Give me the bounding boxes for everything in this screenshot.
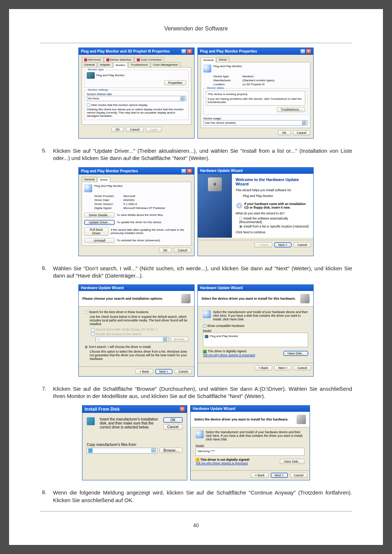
- ok-button[interactable]: OK: [111, 127, 124, 132]
- rollback-driver-button[interactable]: Roll Back Driver: [84, 227, 109, 236]
- device-sel-icon: [106, 58, 109, 61]
- cancel-button[interactable]: Cancel: [163, 424, 183, 430]
- tab-device-selection[interactable]: Device Selection: [104, 57, 134, 62]
- next-button[interactable]: Next >: [155, 369, 172, 374]
- cancel-button[interactable]: Cancel: [175, 369, 192, 374]
- device-status-legend: Device status: [206, 86, 225, 90]
- geforce-icon: [84, 58, 87, 61]
- divider: [40, 511, 352, 512]
- why-signing-link[interactable]: Tell me why driver signing is important: [196, 461, 250, 465]
- model-list[interactable]: Samsung ****: [196, 448, 305, 456]
- troubleshoot-button[interactable]: Troubleshoot...: [277, 107, 305, 112]
- tab-driver[interactable]: Driver: [97, 177, 110, 182]
- monitor-icon: [205, 335, 208, 338]
- dialog-title-text: Plug and Play Monitor Properties: [200, 49, 257, 53]
- device-usage-label: Device usage:: [203, 117, 308, 120]
- tab-general[interactable]: General: [201, 57, 216, 62]
- model-list[interactable]: Plug and Play Monitor: [203, 333, 308, 347]
- driver-details-button[interactable]: Driver Details...: [84, 213, 115, 218]
- help-icon[interactable]: ?: [300, 49, 305, 54]
- close-icon[interactable]: ×: [180, 407, 185, 411]
- next-button[interactable]: Next >: [274, 242, 291, 247]
- tab-row-2: General Adapter Monitor Troubleshoot Col…: [82, 62, 191, 67]
- close-icon[interactable]: ×: [187, 169, 192, 173]
- hide-modes-desc: Clearing this check box allows you to se…: [87, 108, 186, 118]
- help-icon[interactable]: ?: [181, 169, 186, 173]
- screenshot-row-2: Plug and Play Monitor Properties ?× Gene…: [40, 167, 352, 256]
- chevron-down-icon: ▾: [163, 337, 167, 341]
- ok-button[interactable]: OK: [159, 248, 171, 253]
- color-corr-icon: [137, 58, 140, 61]
- refresh-select[interactable]: 60 Hertz ▾: [87, 96, 186, 101]
- radio-dont-search[interactable]: [85, 345, 88, 349]
- step-text: Klicken Sie auf "Update Driver..." (Trei…: [53, 147, 352, 162]
- show-compatible-checkbox[interactable]: [203, 324, 206, 328]
- browse-button: Browse: [170, 337, 188, 342]
- wizard-sidebar: ⚙: [198, 174, 232, 238]
- screenshot-row-4: Install From Disk× Insert the manufactur…: [40, 405, 352, 481]
- dialog-wizard-select-driver: Hardware Update Wizard Select the device…: [197, 284, 314, 377]
- tab-driver[interactable]: Driver: [216, 57, 229, 62]
- tab-color-correction[interactable]: Color Correction: [134, 57, 164, 62]
- help-icon[interactable]: ?: [181, 49, 186, 54]
- uninstall-button[interactable]: Uninstall: [84, 238, 115, 243]
- path-select[interactable]: ▾: [87, 448, 157, 454]
- cancel-button[interactable]: Cancel: [290, 473, 307, 478]
- next-button[interactable]: Next >: [274, 365, 291, 370]
- hide-modes-label: Hide modes that this monitor cannot disp…: [91, 103, 147, 107]
- chk-removable: [91, 328, 94, 332]
- browse-button[interactable]: Browse...: [159, 448, 183, 453]
- tab-general[interactable]: General: [82, 62, 97, 67]
- device-name: Plug and Play Monitor: [213, 65, 242, 68]
- properties-button[interactable]: Properties: [164, 80, 186, 85]
- cancel-button[interactable]: Cancel: [293, 130, 310, 135]
- hide-modes-checkbox[interactable]: [87, 103, 90, 107]
- close-icon[interactable]: ×: [187, 49, 192, 54]
- chevron-down-icon: ▾: [180, 97, 185, 100]
- tab-general[interactable]: General: [82, 177, 97, 182]
- ok-button[interactable]: OK: [163, 417, 183, 423]
- radio-list[interactable]: [239, 225, 242, 228]
- page-number: 40: [40, 522, 352, 528]
- ok-button[interactable]: OK: [278, 130, 290, 135]
- step-number: 5.: [40, 147, 53, 162]
- device-usage-select[interactable]: Use this device (enable)▾: [203, 120, 308, 126]
- cancel-button[interactable]: Cancel: [174, 248, 191, 253]
- next-button[interactable]: Next >: [271, 473, 288, 478]
- dialog-display-properties: Plug and Play Monitor and 3D Prophet III…: [78, 48, 195, 139]
- dialog-wizard-search-options: Hardware Update Wizard Please choose you…: [78, 284, 195, 377]
- back-button[interactable]: < Back: [254, 365, 272, 370]
- drive-icon: [88, 448, 93, 453]
- cd-icon: [236, 202, 243, 209]
- chk-include-location: [91, 333, 94, 336]
- cancel-button[interactable]: Cancel: [294, 365, 311, 370]
- have-disk-button[interactable]: Have Disk...: [280, 459, 305, 464]
- tab-geforce[interactable]: GeForce3: [82, 57, 103, 62]
- tab-color-management[interactable]: Color Management: [151, 62, 180, 67]
- wizard-icon: [297, 415, 306, 424]
- radio-search-best[interactable]: [85, 311, 88, 314]
- signed-icon: [203, 350, 207, 353]
- monitor-icon: [87, 72, 95, 79]
- dialog-install-from-disk: Install From Disk× Insert the manufactur…: [82, 405, 187, 481]
- radio-auto[interactable]: [239, 217, 242, 220]
- dialog-titlebar: Plug and Play Monitor Properties ? ×: [198, 48, 313, 55]
- monitor-type-legend: Monitor type: [87, 68, 105, 71]
- back-button[interactable]: < Back: [135, 369, 153, 374]
- cancel-button[interactable]: Cancel: [294, 242, 311, 247]
- tab-adapter[interactable]: Adapter: [97, 62, 113, 67]
- info-icon: [203, 65, 211, 73]
- step-5: 5. Klicken Sie auf "Update Driver..." (T…: [40, 147, 352, 162]
- back-button[interactable]: < Back: [251, 473, 268, 478]
- have-disk-button[interactable]: Have Disk...: [283, 351, 308, 356]
- document-page: Verwenden der Software Plug and Play Mon…: [9, 9, 383, 545]
- update-driver-button[interactable]: Update Driver...: [84, 220, 115, 225]
- tab-monitor[interactable]: Monitor: [113, 62, 128, 67]
- wizard-icon: [300, 294, 310, 303]
- tab-troubleshoot[interactable]: Troubleshoot: [128, 62, 150, 67]
- cancel-button[interactable]: Cancel: [126, 127, 143, 132]
- copy-from-label: Copy manufacturer's files from:: [87, 443, 183, 447]
- why-signing-link[interactable]: Tell me why driver signing is important: [203, 353, 255, 357]
- path-select: A:\▾: [95, 337, 169, 342]
- close-icon[interactable]: ×: [306, 49, 311, 54]
